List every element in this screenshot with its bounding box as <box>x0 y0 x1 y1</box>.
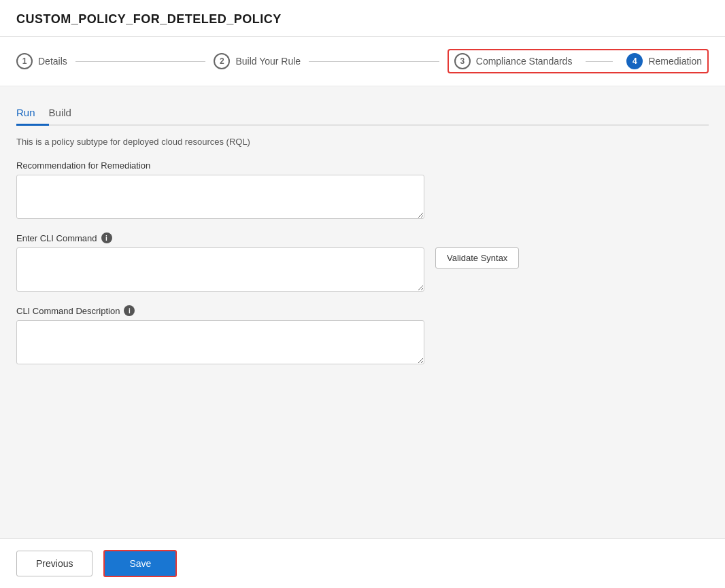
cli-command-textarea[interactable] <box>16 247 424 292</box>
step-4-number: 4 <box>626 53 643 69</box>
step-highlight-box: 3 Compliance Standards 4 Remediation <box>448 49 709 73</box>
cli-command-row: Validate Syntax <box>16 247 709 292</box>
cli-command-group: Enter CLI Command i Validate Syntax <box>16 232 709 292</box>
cli-description-label: CLI Command Description i <box>16 305 709 316</box>
save-button[interactable]: Save <box>103 550 177 577</box>
cli-description-textarea[interactable] <box>16 320 424 364</box>
content-area: Run Build This is a policy subtype for d… <box>0 86 725 538</box>
step-4: 4 Remediation <box>626 53 702 69</box>
validate-syntax-button[interactable]: Validate Syntax <box>435 247 519 269</box>
page-container: CUSTOM_POLICY_FOR_DETELED_POLICY 1 Detai… <box>0 0 725 588</box>
recommendation-label: Recommendation for Remediation <box>16 160 709 171</box>
step-2: 2 Build Your Rule <box>214 53 301 69</box>
cli-description-group: CLI Command Description i <box>16 305 709 364</box>
step-line-3 <box>586 61 613 62</box>
step-1-label: Details <box>38 56 67 67</box>
tabs: Run Build <box>16 100 709 126</box>
cli-description-info-icon[interactable]: i <box>124 305 135 316</box>
cli-command-label: Enter CLI Command i <box>16 232 709 243</box>
page-title: CUSTOM_POLICY_FOR_DETELED_POLICY <box>0 0 725 37</box>
tab-run[interactable]: Run <box>16 100 49 126</box>
step-line-2 <box>309 61 439 62</box>
cli-command-info-icon[interactable]: i <box>101 232 112 243</box>
previous-button[interactable]: Previous <box>16 551 92 576</box>
step-2-number: 2 <box>214 53 230 69</box>
step-1: 1 Details <box>16 53 67 69</box>
step-3: 3 Compliance Standards <box>454 53 573 69</box>
subtext: This is a policy subtype for deployed cl… <box>16 137 709 147</box>
step-3-label: Compliance Standards <box>476 56 573 67</box>
step-3-number: 3 <box>454 53 471 69</box>
recommendation-textarea[interactable] <box>16 175 424 219</box>
tab-build[interactable]: Build <box>49 100 85 126</box>
step-4-label: Remediation <box>648 56 702 67</box>
stepper: 1 Details 2 Build Your Rule 3 Compliance… <box>0 37 725 86</box>
step-line-1 <box>75 61 206 62</box>
footer: Previous Save <box>0 538 725 588</box>
step-1-number: 1 <box>16 53 33 69</box>
recommendation-group: Recommendation for Remediation <box>16 160 709 219</box>
step-2-label: Build Your Rule <box>235 56 301 67</box>
